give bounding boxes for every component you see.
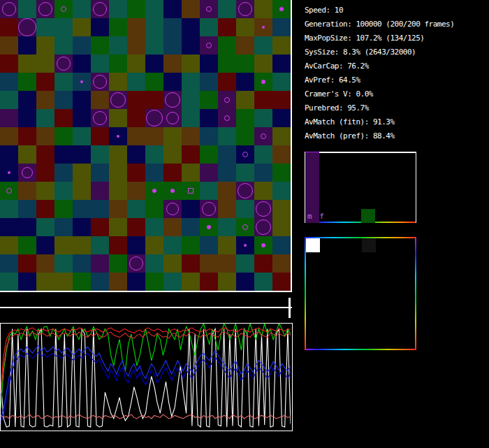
world-cell bbox=[18, 273, 36, 291]
world-cell bbox=[163, 145, 182, 164]
world-cell bbox=[200, 127, 218, 145]
world-cell bbox=[36, 73, 54, 91]
world-cell bbox=[254, 55, 272, 73]
world-cell bbox=[272, 236, 291, 254]
world-cell bbox=[163, 254, 182, 273]
world-cell bbox=[91, 254, 109, 273]
world-cell bbox=[163, 73, 182, 91]
world-cell bbox=[0, 73, 18, 91]
world-cell bbox=[109, 236, 127, 254]
world-cell bbox=[91, 18, 109, 36]
world-cell bbox=[0, 18, 18, 36]
organism-circle bbox=[242, 152, 248, 157]
organism-circle bbox=[261, 243, 265, 247]
organism-circle bbox=[93, 75, 107, 89]
world-cell bbox=[54, 182, 73, 200]
world-cell bbox=[145, 0, 163, 18]
world-cell bbox=[36, 273, 54, 291]
world-cell bbox=[36, 164, 54, 182]
world-cell bbox=[73, 164, 91, 182]
organism-circle bbox=[206, 6, 212, 12]
world-cell bbox=[218, 55, 236, 73]
world-cell bbox=[0, 218, 18, 236]
world-cell bbox=[36, 200, 54, 218]
world-cell bbox=[272, 182, 291, 200]
matrix-bottom-hue-axis bbox=[305, 349, 416, 350]
world-cell bbox=[0, 145, 18, 164]
world-cell bbox=[54, 91, 73, 109]
histogram-top-border bbox=[305, 152, 416, 153]
world-cell bbox=[236, 273, 254, 291]
world-cell bbox=[254, 109, 272, 127]
organism-circle bbox=[202, 202, 216, 216]
world-cell bbox=[109, 200, 127, 218]
world-cell bbox=[200, 55, 218, 73]
world-cell bbox=[272, 273, 291, 291]
world-cell bbox=[91, 145, 109, 164]
world-cell bbox=[182, 236, 200, 254]
world-cell bbox=[73, 127, 91, 145]
organism-circle bbox=[224, 97, 230, 103]
world-cell bbox=[145, 127, 163, 145]
world-cell bbox=[218, 200, 236, 218]
stat-line: Generation: 100000 (200/200 frames) bbox=[305, 17, 454, 31]
world-cell bbox=[18, 200, 36, 218]
organism-circle bbox=[256, 219, 271, 235]
world-cell bbox=[18, 109, 36, 127]
world-cell bbox=[254, 273, 272, 291]
world-cell bbox=[163, 273, 182, 291]
world-cell bbox=[91, 164, 109, 182]
organism-circle bbox=[238, 183, 253, 198]
organism-circle bbox=[8, 171, 10, 174]
world-cell bbox=[54, 127, 73, 145]
world-cell bbox=[236, 73, 254, 91]
organism-circle bbox=[224, 115, 230, 121]
world-cell bbox=[182, 254, 200, 273]
world-cell bbox=[236, 200, 254, 218]
timeline-slider-handle[interactable] bbox=[289, 298, 291, 318]
world-cell bbox=[91, 91, 109, 109]
world-cell bbox=[73, 0, 91, 18]
world-cell bbox=[73, 109, 91, 127]
world-cell bbox=[236, 254, 254, 273]
world-cell bbox=[18, 182, 36, 200]
world-cell bbox=[54, 218, 73, 236]
world-cell bbox=[163, 127, 182, 145]
world-cell bbox=[272, 254, 291, 273]
organism-circle bbox=[93, 111, 107, 125]
stat-line: AvMatch (fitn): 91.3% bbox=[305, 115, 454, 129]
world-grid[interactable] bbox=[0, 0, 292, 292]
world-cell bbox=[182, 273, 200, 291]
world-cell bbox=[182, 55, 200, 73]
world-cell bbox=[0, 236, 18, 254]
world-cell bbox=[54, 18, 73, 36]
world-cell bbox=[218, 18, 236, 36]
world-cell bbox=[36, 18, 54, 36]
world-cell bbox=[200, 182, 218, 200]
world-cell bbox=[18, 145, 36, 164]
world-cell bbox=[127, 145, 145, 164]
world-cell bbox=[145, 36, 163, 55]
world-cell bbox=[182, 36, 200, 55]
organism-circle bbox=[242, 224, 248, 230]
world-cell bbox=[109, 0, 127, 18]
world-cell bbox=[0, 109, 18, 127]
world-cell bbox=[182, 218, 200, 236]
organism-circle bbox=[129, 256, 143, 270]
organism-circle bbox=[2, 2, 16, 16]
world-cell bbox=[163, 164, 182, 182]
world-cell bbox=[91, 127, 109, 145]
organism-circle bbox=[188, 188, 194, 194]
world-cell bbox=[36, 236, 54, 254]
timeline-slider-track[interactable] bbox=[0, 307, 292, 308]
world-cell bbox=[272, 164, 291, 182]
sex-histogram: m f bbox=[305, 152, 416, 223]
world-cell bbox=[54, 254, 73, 273]
world-cell bbox=[218, 145, 236, 164]
world-cell bbox=[145, 164, 163, 182]
world-cell bbox=[163, 55, 182, 73]
organism-circle bbox=[170, 189, 175, 193]
organism-circle bbox=[146, 110, 163, 127]
world-cell bbox=[272, 36, 291, 55]
world-cell bbox=[91, 36, 109, 55]
